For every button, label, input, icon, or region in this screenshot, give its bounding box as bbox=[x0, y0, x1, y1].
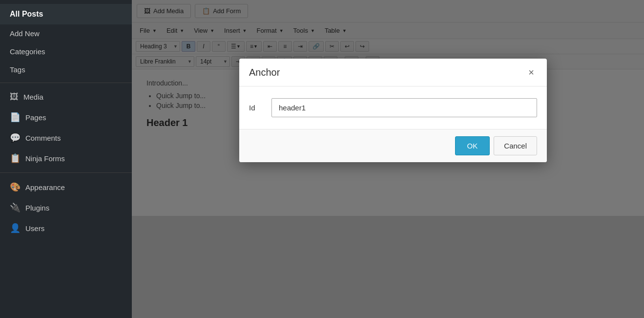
appearance-icon: 🎨 bbox=[10, 182, 21, 192]
sidebar-item-label: Tags bbox=[10, 65, 25, 74]
sidebar-item-label: Media bbox=[23, 93, 43, 101]
cancel-button[interactable]: Cancel bbox=[494, 136, 537, 155]
ninja-forms-icon: 📋 bbox=[10, 153, 21, 164]
sidebar-divider-2 bbox=[0, 172, 132, 173]
sidebar-item-plugins[interactable]: 🔌 Plugins bbox=[0, 197, 132, 218]
sidebar-divider bbox=[0, 83, 132, 83]
modal-title: Anchor bbox=[249, 67, 280, 78]
sidebar-item-label: Plugins bbox=[25, 204, 49, 212]
main-area: 🖼 Add Media 📋 Add Form File▼ Edit▼ View▼… bbox=[132, 0, 644, 318]
id-label: Id bbox=[249, 104, 264, 112]
pages-icon: 📄 bbox=[10, 112, 21, 123]
sidebar-item-label: Categories bbox=[10, 47, 45, 56]
sidebar-item-pages[interactable]: 📄 Pages bbox=[0, 107, 132, 127]
anchor-modal: Anchor × Id OK Cancel bbox=[239, 59, 547, 162]
plugins-icon: 🔌 bbox=[10, 202, 21, 213]
id-input[interactable] bbox=[271, 98, 537, 117]
sidebar-item-add-new[interactable]: Add New bbox=[0, 24, 132, 42]
sidebar-item-appearance[interactable]: 🎨 Appearance bbox=[0, 177, 132, 197]
modal-footer: OK Cancel bbox=[239, 129, 547, 162]
sidebar-item-label: Comments bbox=[25, 134, 61, 142]
sidebar-item-users[interactable]: 👤 Users bbox=[0, 218, 132, 238]
modal-overlay: Anchor × Id OK Cancel bbox=[132, 0, 644, 318]
sidebar-item-label: Appearance bbox=[25, 183, 65, 191]
sidebar-item-comments[interactable]: 💬 Comments bbox=[0, 127, 132, 148]
sidebar-item-media[interactable]: 🖼 Media bbox=[0, 87, 132, 107]
sidebar-item-label: Add New bbox=[10, 29, 40, 38]
sidebar-item-label: All Posts bbox=[10, 10, 43, 19]
sidebar-item-label: Pages bbox=[25, 113, 46, 122]
modal-header: Anchor × bbox=[239, 59, 547, 86]
sidebar-item-tags[interactable]: Tags bbox=[0, 61, 132, 79]
users-icon: 👤 bbox=[10, 223, 21, 233]
modal-body: Id bbox=[239, 86, 547, 129]
modal-close-button[interactable]: × bbox=[525, 66, 537, 78]
sidebar-item-all-posts[interactable]: All Posts bbox=[0, 4, 132, 24]
sidebar-item-ninja-forms[interactable]: 📋 Ninja Forms bbox=[0, 148, 132, 169]
sidebar-item-label: Ninja Forms bbox=[25, 154, 65, 163]
ok-button[interactable]: OK bbox=[455, 136, 490, 155]
sidebar: All Posts Add New Categories Tags 🖼 Medi… bbox=[0, 0, 132, 318]
sidebar-item-categories[interactable]: Categories bbox=[0, 42, 132, 61]
media-icon: 🖼 bbox=[10, 92, 19, 102]
sidebar-item-label: Users bbox=[25, 224, 44, 233]
comments-icon: 💬 bbox=[10, 132, 21, 143]
